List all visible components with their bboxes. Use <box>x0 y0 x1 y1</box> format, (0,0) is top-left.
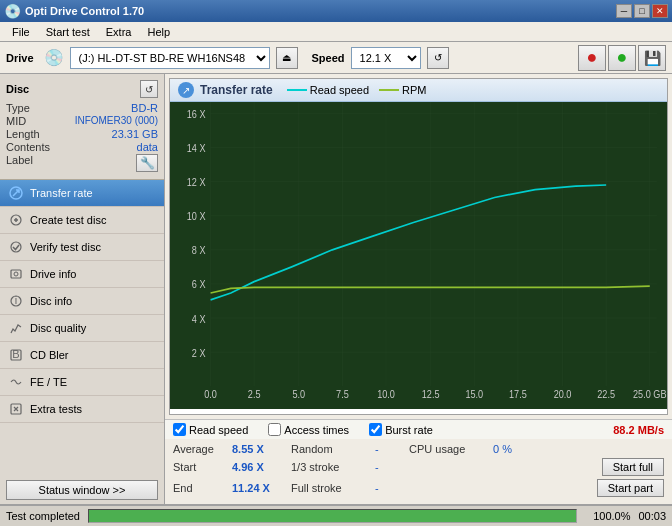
disc-contents-label: Contents <box>6 141 50 153</box>
chart-title-icon: ↗ <box>178 82 194 98</box>
disc-label-button[interactable]: 🔧 <box>136 154 158 172</box>
drive-icon: 💿 <box>44 48 64 67</box>
fe-te-icon <box>8 374 24 390</box>
menu-extra[interactable]: Extra <box>98 24 140 40</box>
save-button[interactable]: 💾 <box>638 45 666 71</box>
right-panel: ↗ Transfer rate Read speed RPM <box>165 74 672 504</box>
checkbox-read-speed[interactable]: Read speed <box>173 423 248 436</box>
nav-drive-info[interactable]: Drive info <box>0 261 164 288</box>
verify-test-disc-icon <box>8 239 24 255</box>
disc-type-label: Type <box>6 102 30 114</box>
nav-cd-bler[interactable]: B CD Bler <box>0 342 164 369</box>
progress-bar-fill <box>89 510 576 522</box>
disc-mid-label: MID <box>6 115 26 127</box>
start-part-button[interactable]: Start part <box>597 479 664 497</box>
svg-text:12 X: 12 X <box>187 177 206 189</box>
transfer-rate-icon <box>8 185 24 201</box>
disc-mid-row: MID INFOMER30 (000) <box>6 115 158 127</box>
disc-info-panel: Disc ↺ Type BD-R MID INFOMER30 (000) Len… <box>0 74 164 180</box>
average-value: 8.55 X <box>232 443 287 455</box>
random-label: Random <box>291 443 371 455</box>
disc-type-row: Type BD-R <box>6 102 158 114</box>
speed-refresh-button[interactable]: ↺ <box>427 47 449 69</box>
drive-select[interactable]: (J:) HL-DT-ST BD-RE WH16NS48 1.D3 <box>70 47 270 69</box>
one-third-stroke-value: - <box>375 461 405 473</box>
disc-label-row: Label 🔧 <box>6 154 158 172</box>
access-times-checkbox[interactable] <box>268 423 281 436</box>
maximize-button[interactable]: □ <box>634 4 650 18</box>
speed-label: Speed <box>312 52 345 64</box>
nav-fe-te[interactable]: FE / TE <box>0 369 164 396</box>
svg-text:4 X: 4 X <box>192 313 206 325</box>
nav-extra-tests[interactable]: Extra tests <box>0 396 164 423</box>
start-full-button[interactable]: Start full <box>602 458 664 476</box>
burst-rate-checkbox[interactable] <box>369 423 382 436</box>
read-speed-checkbox[interactable] <box>173 423 186 436</box>
nav-transfer-rate[interactable]: Transfer rate <box>0 180 164 207</box>
main-content: Disc ↺ Type BD-R MID INFOMER30 (000) Len… <box>0 74 672 504</box>
progress-percentage: 100.0% <box>585 510 630 522</box>
nav-fe-te-label: FE / TE <box>30 376 67 388</box>
create-test-disc-icon <box>8 212 24 228</box>
nav-create-test-disc[interactable]: Create test disc <box>0 207 164 234</box>
end-value: 11.24 X <box>232 482 287 494</box>
app-title: Opti Drive Control 1.70 <box>25 5 144 17</box>
stats-row-average: Average 8.55 X Random - CPU usage 0 % <box>173 443 664 455</box>
nav-verify-test-disc-label: Verify test disc <box>30 241 101 253</box>
cpu-usage-label: CPU usage <box>409 443 489 455</box>
cd-bler-icon: B <box>8 347 24 363</box>
average-label: Average <box>173 443 228 455</box>
checkbox-burst-rate[interactable]: Burst rate <box>369 423 433 436</box>
disc-contents-row: Contents data <box>6 141 158 153</box>
checkbox-row: Read speed Access times Burst rate 88.2 … <box>165 419 672 439</box>
app-icon: 💿 <box>4 3 21 19</box>
svg-text:20.0: 20.0 <box>554 388 572 400</box>
svg-text:10 X: 10 X <box>187 211 206 223</box>
disc-red-button[interactable]: ● <box>578 45 606 71</box>
status-text: Test completed <box>6 510 80 522</box>
full-stroke-label: Full stroke <box>291 482 371 494</box>
menu-help[interactable]: Help <box>139 24 178 40</box>
disc-length-label: Length <box>6 128 40 140</box>
status-window-button[interactable]: Status window >> <box>6 480 158 500</box>
speed-select[interactable]: 12.1 X <box>351 47 421 69</box>
disc-length-value: 23.31 GB <box>112 128 158 140</box>
nav-extra-tests-label: Extra tests <box>30 403 82 415</box>
svg-text:5.0: 5.0 <box>292 388 305 400</box>
disc-info-header: Disc ↺ <box>6 80 158 98</box>
legend-rpm-color <box>379 89 399 91</box>
disc-section-title: Disc <box>6 83 29 95</box>
chart-svg: 16 X 14 X 12 X 10 X 8 X 6 X 4 X 2 X 0.0 … <box>170 102 667 409</box>
legend-read-speed-color <box>287 89 307 91</box>
menu-file[interactable]: File <box>4 24 38 40</box>
close-button[interactable]: ✕ <box>652 4 668 18</box>
extra-tests-icon <box>8 401 24 417</box>
legend-read-speed-label: Read speed <box>310 84 369 96</box>
menu-start-test[interactable]: Start test <box>38 24 98 40</box>
checkbox-access-times[interactable]: Access times <box>268 423 349 436</box>
svg-text:8 X: 8 X <box>192 245 206 257</box>
nav-disc-quality[interactable]: Disc quality <box>0 315 164 342</box>
disc-green-button[interactable]: ● <box>608 45 636 71</box>
cpu-usage-value: 0 % <box>493 443 523 455</box>
svg-text:0.0: 0.0 <box>204 388 217 400</box>
minimize-button[interactable]: ─ <box>616 4 632 18</box>
svg-text:14 X: 14 X <box>187 143 206 155</box>
disc-label-label: Label <box>6 154 33 172</box>
svg-point-2 <box>11 242 21 252</box>
svg-text:22.5: 22.5 <box>597 388 615 400</box>
eject-button[interactable]: ⏏ <box>276 47 298 69</box>
nav-drive-info-label: Drive info <box>30 268 76 280</box>
svg-text:16 X: 16 X <box>187 108 206 120</box>
nav-verify-test-disc[interactable]: Verify test disc <box>0 234 164 261</box>
chart-header: ↗ Transfer rate Read speed RPM <box>170 79 667 102</box>
svg-text:2.5: 2.5 <box>248 388 261 400</box>
nav-items: Transfer rate Create test disc Verify te… <box>0 180 164 423</box>
disc-length-row: Length 23.31 GB <box>6 128 158 140</box>
window-controls: ─ □ ✕ <box>616 4 668 18</box>
disc-type-value: BD-R <box>131 102 158 114</box>
nav-transfer-rate-label: Transfer rate <box>30 187 93 199</box>
nav-disc-info[interactable]: i Disc info <box>0 288 164 315</box>
start-value: 4.96 X <box>232 461 287 473</box>
disc-refresh-button[interactable]: ↺ <box>140 80 158 98</box>
